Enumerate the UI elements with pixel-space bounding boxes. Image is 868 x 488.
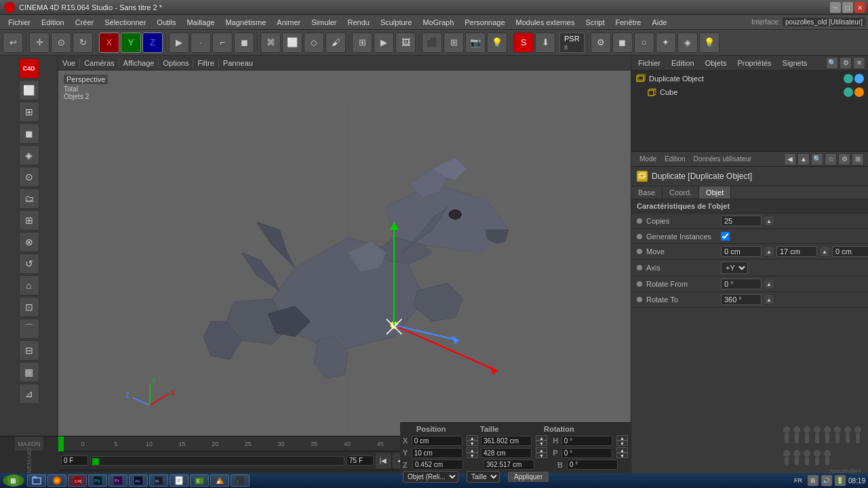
grid-button[interactable]: ▦ [19, 362, 39, 382]
loft-button[interactable]: ⊡ [19, 297, 39, 317]
light-icon-button[interactable]: ✦ [656, 33, 676, 53]
taskbar-explorer[interactable] [27, 474, 46, 487]
menu-script[interactable]: Script [580, 17, 610, 28]
frame-current-input[interactable] [61, 455, 88, 466]
props-settings2-button[interactable]: ⚙ [838, 153, 850, 165]
move-y-inc[interactable]: ▲ [819, 246, 830, 257]
move-y-input[interactable] [776, 246, 817, 257]
rect-select-button[interactable]: ⬜ [282, 33, 302, 53]
top-view-button[interactable]: ⊞ [19, 102, 39, 122]
taskbar-explorer2[interactable]: E [190, 474, 209, 487]
object-mgr-button[interactable]: 🗂 [19, 188, 39, 209]
size-y-dec[interactable]: ▼ [536, 453, 547, 458]
render-to-picture[interactable]: 🖼 [395, 33, 416, 53]
spline-button[interactable]: ⌒ [19, 319, 39, 339]
point-mode-button[interactable]: · [191, 33, 211, 53]
mode-tab-donnees[interactable]: Données utilisateur [690, 155, 756, 163]
polygon-mode-button[interactable]: ◼ [234, 33, 254, 53]
coord-y-pos[interactable] [412, 448, 462, 458]
coord-obj-ref-select[interactable]: Objet (Reli... [403, 471, 458, 483]
layer-button[interactable]: ⊞ [19, 210, 39, 230]
cube-icon-button[interactable]: ◼ [612, 33, 633, 53]
viewport-icon-button[interactable]: ◈ [677, 33, 698, 53]
rot-p-inc[interactable]: ▲ [616, 447, 628, 453]
coord-x-size[interactable] [481, 436, 532, 446]
rot-h-inc[interactable]: ▲ [616, 435, 628, 441]
sphere-icon-button[interactable]: ○ [634, 33, 654, 53]
size-y-inc[interactable]: ▲ [536, 447, 547, 453]
axis-z-button[interactable]: Z [142, 33, 163, 53]
menu-selectionner[interactable]: Sélectionner [99, 17, 151, 28]
arrow-down-button[interactable]: ⬇ [535, 33, 555, 53]
rp-tab-proprietes[interactable]: Propriétés [733, 58, 775, 68]
move-tool-button[interactable]: ✛ [29, 33, 50, 53]
wireframe-button[interactable]: ⊞ [443, 33, 464, 53]
camera-button[interactable]: 📷 [465, 33, 486, 53]
goto-start-button[interactable]: |◀ [376, 453, 391, 468]
bend-button[interactable]: ↺ [19, 253, 39, 274]
edge-mode-button[interactable]: ⌐ [212, 33, 233, 53]
poly-select-button[interactable]: ◇ [304, 33, 324, 53]
move-z-input[interactable] [832, 246, 868, 257]
axis-x-button[interactable]: X [99, 33, 119, 53]
obj-item-cube[interactable]: Cube [633, 85, 867, 99]
taskbar-c4d[interactable]: C4D [68, 474, 87, 487]
extra-icon-button[interactable]: 💡 [699, 33, 719, 53]
camera-left-button[interactable]: ⊙ [19, 167, 39, 187]
paintbrush-button[interactable]: 🖌 [326, 33, 346, 53]
side-view-button[interactable]: ◈ [19, 145, 39, 165]
perspective-view-button[interactable]: ⬜ [19, 80, 39, 100]
start-button[interactable]: ⊞ [3, 474, 24, 487]
move-x-input[interactable] [721, 246, 762, 257]
taskbar-bridge[interactable]: Br [149, 474, 168, 487]
snap-button[interactable]: ⊞ [352, 33, 372, 53]
s-button[interactable]: S [513, 33, 534, 53]
coord-h-rot[interactable] [561, 436, 612, 446]
coord-b-rot[interactable] [567, 460, 618, 470]
generate-instances-checkbox[interactable] [721, 232, 730, 241]
sweep-button[interactable]: ⌂ [19, 275, 39, 296]
rp-tab-signets[interactable]: Signets [778, 58, 812, 68]
front-view-button[interactable]: ◼ [19, 123, 39, 144]
timeline-scrub-bar[interactable] [90, 456, 344, 466]
menu-modules[interactable]: Modules externes [511, 17, 580, 28]
taskbar-ae[interactable]: AE [129, 474, 148, 487]
rp-settings-button[interactable]: ⚙ [840, 57, 852, 69]
scale-tool-button[interactable]: ⊙ [51, 33, 71, 53]
axis-select[interactable]: +Y +X +Z -X -Y -Z [721, 262, 748, 274]
menu-simuler[interactable]: Simuler [306, 17, 342, 28]
coord-y-size[interactable] [481, 448, 532, 458]
mograph-icon-button[interactable]: ⚙ [591, 33, 611, 53]
rotate-to-input[interactable] [721, 294, 762, 305]
coord-z-size[interactable] [484, 460, 534, 470]
lasso-button[interactable]: ⌘ [260, 33, 281, 53]
axis-y-button[interactable]: Y [121, 33, 141, 53]
pos-x-dec[interactable]: ▼ [467, 441, 478, 446]
menu-outils[interactable]: Outils [151, 17, 181, 28]
coord-x-pos[interactable] [412, 436, 462, 446]
light-button[interactable]: 💡 [487, 33, 507, 53]
menu-creer[interactable]: Créer [70, 17, 100, 28]
props-extra-button[interactable]: ⊞ [852, 153, 864, 165]
menu-edition[interactable]: Edition [36, 17, 70, 28]
menu-magnetisme[interactable]: Magnétisme [220, 17, 271, 28]
pos-y-dec[interactable]: ▼ [467, 453, 478, 458]
taskbar-winamp[interactable]: ♪ [231, 474, 250, 487]
undo-button[interactable]: ↩ [3, 33, 23, 53]
null-button[interactable]: ⊗ [19, 232, 39, 252]
rotate-tool-button[interactable]: ↻ [73, 33, 93, 53]
close-button[interactable]: ✕ [854, 2, 865, 13]
menu-fenetre[interactable]: Fenêtre [610, 17, 647, 28]
taskbar-firefox[interactable] [47, 474, 66, 487]
menu-animer[interactable]: Animer [271, 17, 306, 28]
menu-mograph[interactable]: MoGraph [417, 17, 459, 28]
prop-tab-base[interactable]: Base [631, 186, 663, 199]
frame-end-input[interactable] [347, 455, 374, 466]
size-x-dec[interactable]: ▼ [536, 441, 547, 446]
pos-y-inc[interactable]: ▲ [467, 447, 478, 453]
rotate-from-inc[interactable]: ▲ [764, 279, 774, 289]
menu-rendu[interactable]: Rendu [342, 17, 374, 28]
floor-button[interactable]: ⊟ [19, 340, 39, 361]
cinema4d-logo-button[interactable]: C4D [19, 58, 39, 79]
copies-input[interactable] [721, 216, 762, 226]
